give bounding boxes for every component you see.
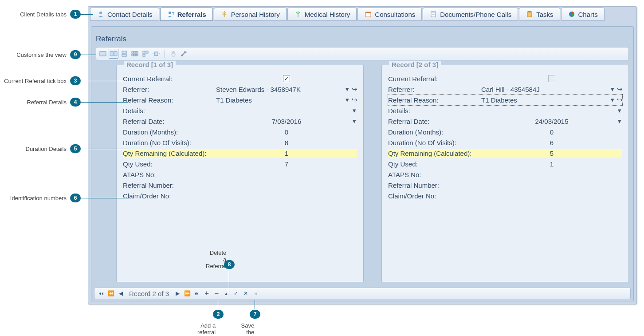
nav-last-button[interactable]: ⏭ xyxy=(193,289,201,297)
callout-label-6: Identification numbers xyxy=(0,195,67,202)
svg-rect-16 xyxy=(134,51,136,53)
tab-label: Consultations xyxy=(375,11,415,18)
dropdown-icon[interactable]: ▾ xyxy=(345,97,350,103)
label-details: Details: xyxy=(388,107,481,115)
open-icon[interactable]: ↪ xyxy=(352,97,357,103)
tab-referrals[interactable]: Referrals xyxy=(160,8,213,21)
svg-rect-11 xyxy=(110,51,113,56)
value-date: 24/03/2015 xyxy=(535,118,568,125)
callout-badge-5: 5 xyxy=(70,144,81,153)
callout-label-9: Customise the view xyxy=(0,51,67,58)
nav-save-button[interactable]: ✓ xyxy=(232,289,240,297)
label-details: Details: xyxy=(123,107,216,115)
value-date: 7/03/2016 xyxy=(272,118,302,125)
current-referral-checkbox[interactable] xyxy=(548,75,555,82)
svg-rect-19 xyxy=(134,54,136,56)
label-duration-months: Duration (Months): xyxy=(388,128,481,136)
tab-label: Medical History xyxy=(305,11,350,18)
dropdown-icon[interactable]: ▾ xyxy=(617,108,622,113)
label-referral-no: Referral Number: xyxy=(123,182,216,189)
tab-tasks[interactable]: Tasks xyxy=(519,8,560,21)
view-tiles-button[interactable] xyxy=(130,49,140,59)
label-qty-remaining: Qty Remaining (Calculated): xyxy=(388,149,481,158)
dropdown-icon[interactable]: ▾ xyxy=(610,97,615,103)
value-reason: T1 Diabetes xyxy=(216,96,252,104)
label-qty-remaining: Qty Remaining (Calculated): xyxy=(123,149,216,158)
callout-badge-6: 6 xyxy=(70,194,81,202)
client-details-window: Contact Details Referrals Personal Histo… xyxy=(88,6,637,304)
callout-label-1: Client Details tabs xyxy=(0,11,67,18)
nav-prev-button[interactable]: ◀ xyxy=(117,289,125,297)
tab-contact-details[interactable]: Contact Details xyxy=(90,8,159,21)
label-ataps: ATAPS No: xyxy=(388,171,481,178)
callout-badge-4: 4 xyxy=(70,98,81,107)
nav-add-button[interactable]: + xyxy=(203,289,211,297)
label-current-referral: Current Referral: xyxy=(123,75,216,83)
tab-label: Documents/Phone Calls xyxy=(440,11,511,18)
label-current-referral: Current Referral: xyxy=(388,75,481,83)
dropdown-icon[interactable]: ▾ xyxy=(610,87,615,92)
value-duration-months[interactable]: 0 xyxy=(550,128,554,136)
view-carousel-button[interactable] xyxy=(151,49,161,59)
callout-badge-7: 7 xyxy=(250,310,260,319)
callout-badge-2: 2 xyxy=(213,310,224,319)
caduceus-icon xyxy=(220,10,228,18)
label-referrer: Referrer: xyxy=(388,86,481,93)
tab-documents[interactable]: Documents/Phone Calls xyxy=(423,8,518,21)
label-claim-no: Claim/Order No: xyxy=(388,192,481,200)
value-duration-months[interactable]: 0 xyxy=(285,128,288,136)
value-reason: T1 Diabetes xyxy=(481,96,517,104)
label-duration-visits: Duration (No Of Visits): xyxy=(388,139,481,146)
medical-icon xyxy=(294,10,302,18)
dropdown-icon[interactable]: ▾ xyxy=(345,87,350,92)
nav-next-page-button[interactable]: ⏩ xyxy=(183,289,191,297)
open-icon[interactable]: ↪ xyxy=(352,87,357,92)
nav-next-button[interactable]: ▶ xyxy=(173,289,181,297)
value-duration-visits[interactable]: 6 xyxy=(550,139,554,146)
value-qty-used: 7 xyxy=(285,160,288,168)
tab-personal-history[interactable]: Personal History xyxy=(214,8,287,21)
label-referrer: Referrer: xyxy=(123,86,216,93)
svg-point-27 xyxy=(181,55,183,56)
value-referrer: Steven Edwards - 3458947K xyxy=(216,86,301,93)
open-icon[interactable]: ↪ xyxy=(617,97,622,103)
callout-label-7: Save the Referral xyxy=(234,322,254,336)
dropdown-icon[interactable]: ▾ xyxy=(352,119,357,124)
tab-medical-history[interactable]: Medical History xyxy=(287,8,357,21)
person-referral-icon xyxy=(167,10,175,18)
record-legend: Record [1 of 3] xyxy=(124,61,176,68)
open-icon[interactable]: ↪ xyxy=(617,87,622,92)
value-qty-remaining: 1 xyxy=(285,150,288,157)
label-reason: Referral Reason: xyxy=(123,96,216,104)
svg-rect-12 xyxy=(114,51,117,56)
nav-first-button[interactable]: ⏮ xyxy=(97,289,105,297)
label-qty-used: Qty Used: xyxy=(388,160,481,168)
view-list-button[interactable] xyxy=(119,49,129,59)
view-cards-button[interactable] xyxy=(109,49,118,59)
tab-body: Referrals Record [1 of 3] Current Referr… xyxy=(91,26,634,301)
pan-button[interactable] xyxy=(169,49,178,59)
callout-label-5: Duration Details xyxy=(0,146,67,152)
current-referral-checkbox[interactable] xyxy=(283,75,290,82)
calendar-icon xyxy=(364,10,372,18)
view-grid-button[interactable] xyxy=(141,49,150,59)
dropdown-icon[interactable]: ▾ xyxy=(352,108,357,113)
svg-rect-20 xyxy=(136,54,138,56)
tab-strip: Contact Details Referrals Personal Histo… xyxy=(88,7,636,22)
panel-title: Referrals xyxy=(96,35,126,43)
label-ataps: ATAPS No: xyxy=(123,171,216,178)
value-referrer: Carl Hill - 4354584J xyxy=(481,86,540,93)
customize-button[interactable] xyxy=(179,49,189,59)
nav-delete-button[interactable]: − xyxy=(212,289,220,297)
svg-rect-24 xyxy=(154,52,158,55)
tab-charts[interactable]: Charts xyxy=(561,8,605,21)
tab-consultations[interactable]: Consultations xyxy=(357,8,422,21)
record-legend: Record [2 of 3] xyxy=(389,61,441,68)
value-duration-visits[interactable]: 8 xyxy=(285,139,288,146)
nav-edit-button[interactable]: ▴ xyxy=(222,289,230,297)
view-single-button[interactable] xyxy=(98,49,108,59)
dropdown-icon[interactable]: ▾ xyxy=(617,119,622,124)
callout-badge-9: 9 xyxy=(70,50,81,59)
nav-prev-page-button[interactable]: ⏪ xyxy=(107,289,115,297)
nav-cancel-button[interactable]: ✕ xyxy=(242,289,250,297)
